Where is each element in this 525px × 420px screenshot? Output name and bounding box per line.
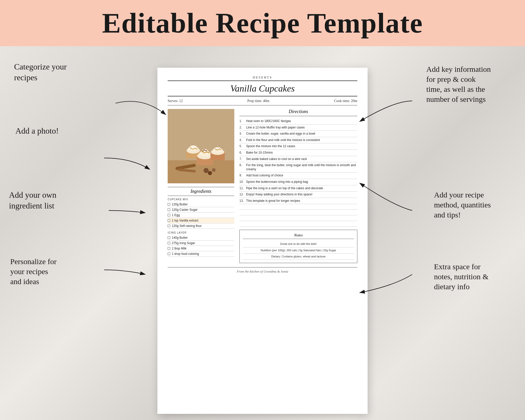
empty-direction-line bbox=[239, 216, 357, 221]
checkbox[interactable] bbox=[168, 236, 170, 239]
notes-line-1: Great one to do with the kids! bbox=[243, 241, 354, 247]
ingredient-item: 1 tsp Vanilla extract bbox=[168, 218, 234, 223]
ingredient-item: 120g Caster Sugar bbox=[168, 207, 234, 213]
checkbox[interactable] bbox=[168, 214, 170, 216]
annotation-photo: Add a photo! bbox=[15, 126, 67, 136]
annotation-categorize: Categorize your recipes bbox=[14, 62, 88, 83]
photo-box bbox=[168, 109, 234, 183]
direction-item: 8. For the icing, beat the butter, icing… bbox=[239, 162, 357, 173]
ingredient-item: 140g Butter bbox=[168, 235, 234, 241]
direction-item: 7. Set aside baked cakes to cool on a wi… bbox=[239, 156, 357, 163]
ingredients-header: Ingredients bbox=[168, 187, 234, 196]
recipe-card: DESERTS Vanilla Cupcakes Serves: 12 Prep… bbox=[157, 68, 368, 414]
svg-point-6 bbox=[212, 168, 216, 172]
checkbox[interactable] bbox=[168, 242, 170, 244]
direction-item: 1. Heat oven to 180C/160C fan/gas bbox=[239, 118, 357, 125]
svg-point-20 bbox=[202, 151, 204, 152]
annotation-method: Add your recipe method, quantities and t… bbox=[434, 190, 511, 220]
directions-header: Directions bbox=[239, 109, 357, 116]
svg-point-18 bbox=[203, 149, 205, 151]
cook-time: Cook time: 20m bbox=[334, 99, 357, 103]
recipe-title-container: Vanilla Cupcakes bbox=[168, 81, 357, 96]
annotation-ingredient: Add your own ingredient list bbox=[9, 190, 86, 211]
recipe-footer: From the kitchen of Grandma & Sonia bbox=[168, 267, 357, 274]
serves: Serves: 12 bbox=[168, 99, 183, 103]
empty-direction-line bbox=[239, 222, 357, 227]
checkbox[interactable] bbox=[168, 253, 170, 255]
direction-item: 4. Fold in the flour and milk until the … bbox=[239, 137, 357, 144]
svg-point-5 bbox=[208, 171, 212, 175]
page-title: Editable Recipe Template bbox=[102, 7, 423, 39]
notes-line-2: Nutrition (per 100g): 250 cals | 5g Satu… bbox=[243, 247, 354, 254]
checkbox[interactable] bbox=[168, 203, 170, 206]
ingredient-item: 1 drop food coloring bbox=[168, 251, 234, 257]
top-banner: Editable Recipe Template bbox=[0, 0, 525, 46]
direction-item: 3. Cream the butter, sugar, vanilla and … bbox=[239, 131, 357, 137]
main-area: Categorize your recipes Add a photo! Add… bbox=[0, 46, 525, 420]
checkbox[interactable] bbox=[168, 219, 170, 222]
svg-point-19 bbox=[205, 150, 207, 151]
direction-item: 2. Line a 12-hole Muffin tray with paper… bbox=[239, 125, 357, 131]
direction-item: 5. Spoon the mixture into the 12 cases bbox=[239, 143, 357, 150]
annotation-key-info: Add key information for prep & cook time… bbox=[426, 64, 511, 104]
empty-direction-line bbox=[239, 205, 357, 210]
recipe-meta: Serves: 12 Prep time: 40m Cook time: 20m bbox=[168, 99, 357, 105]
ingredient-item: 2 tbsp Milk bbox=[168, 246, 234, 251]
ingredient-item: 120g Butter bbox=[168, 202, 234, 207]
recipe-category: DESERTS bbox=[168, 75, 357, 79]
direction-item: 6. Bake for 10-15mins bbox=[239, 150, 357, 156]
svg-point-4 bbox=[204, 168, 209, 173]
direction-item: 10. Spoon the buttercream icing into a p… bbox=[239, 179, 357, 185]
checkbox[interactable] bbox=[168, 208, 170, 211]
empty-direction-line bbox=[239, 210, 357, 215]
ingredient-item: 120g Self-raising flour bbox=[168, 223, 234, 229]
notes-box: Notes Great one to do with the kids! Nut… bbox=[239, 230, 357, 263]
notes-line-3: Dietary: Contains gluten, wheat and lact… bbox=[243, 254, 354, 260]
checkbox[interactable] bbox=[168, 225, 170, 227]
annotation-extra: Extra space for notes, nutrition & dieta… bbox=[434, 262, 511, 292]
checkbox[interactable] bbox=[168, 247, 170, 250]
ingredient-group1-label: CUPCAKE MIX bbox=[168, 198, 234, 201]
ingredient-item: 1 Egg bbox=[168, 213, 234, 218]
card-right: Directions 1. Heat oven to 180C/160C fan… bbox=[239, 109, 357, 263]
recipe-title: Vanilla Cupcakes bbox=[230, 83, 295, 94]
direction-item: 12. Enjoy! Keep adding your directions i… bbox=[239, 192, 357, 198]
direction-item: 13. This template is great for longer re… bbox=[239, 198, 357, 204]
notes-header: Notes bbox=[243, 233, 354, 239]
ingredient-item: 275g Icing Sugar bbox=[168, 241, 234, 246]
annotation-personalize: Personalize for your recipes and ideas bbox=[10, 256, 85, 286]
prep-time: Prep time: 40m bbox=[247, 99, 269, 103]
direction-item: 9. Add food coloring of choice bbox=[239, 173, 357, 179]
card-left: Ingredients CUPCAKE MIX 120g Butter 120g… bbox=[168, 109, 234, 263]
card-body: Ingredients CUPCAKE MIX 120g Butter 120g… bbox=[168, 109, 357, 263]
ingredient-group2-label: ICING LAYER bbox=[168, 231, 234, 234]
direction-item: 11. Pipe the icing in a swirl on top of … bbox=[239, 185, 357, 192]
